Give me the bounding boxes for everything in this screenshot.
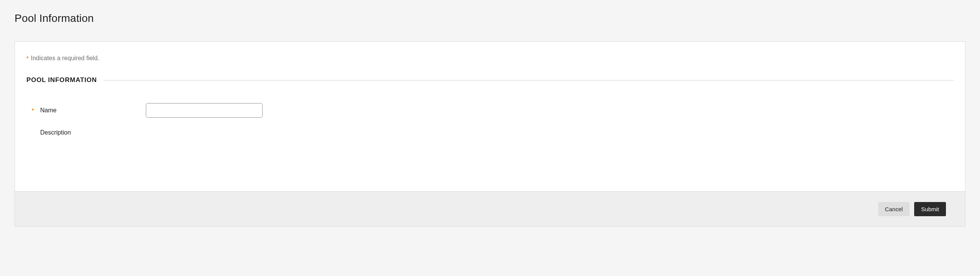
asterisk-icon: * xyxy=(26,55,28,61)
description-label: Description xyxy=(40,129,71,136)
form-row-name: * Name xyxy=(26,103,954,118)
cancel-button[interactable]: Cancel xyxy=(878,202,910,216)
required-field-text: Indicates a required field. xyxy=(31,55,99,61)
page-title: Pool Information xyxy=(15,12,965,25)
form-row-description: Description xyxy=(26,129,954,136)
name-label: Name xyxy=(40,107,57,114)
name-label-col: * Name xyxy=(26,107,146,114)
asterisk-icon: * xyxy=(32,107,40,113)
form-content: * Name Description xyxy=(26,103,954,191)
form-card: *Indicates a required field. POOL INFORM… xyxy=(15,41,965,192)
name-input[interactable] xyxy=(146,103,263,118)
name-input-col xyxy=(146,103,954,118)
form-footer: Cancel Submit xyxy=(15,191,965,227)
submit-button[interactable]: Submit xyxy=(914,202,946,216)
description-label-col: Description xyxy=(26,129,146,136)
section-header-divider xyxy=(104,80,954,80)
section-header-title: POOL INFORMATION xyxy=(26,76,104,84)
section-header: POOL INFORMATION xyxy=(26,76,954,84)
page-container: Pool Information *Indicates a required f… xyxy=(0,0,980,192)
required-field-note: *Indicates a required field. xyxy=(26,55,954,62)
